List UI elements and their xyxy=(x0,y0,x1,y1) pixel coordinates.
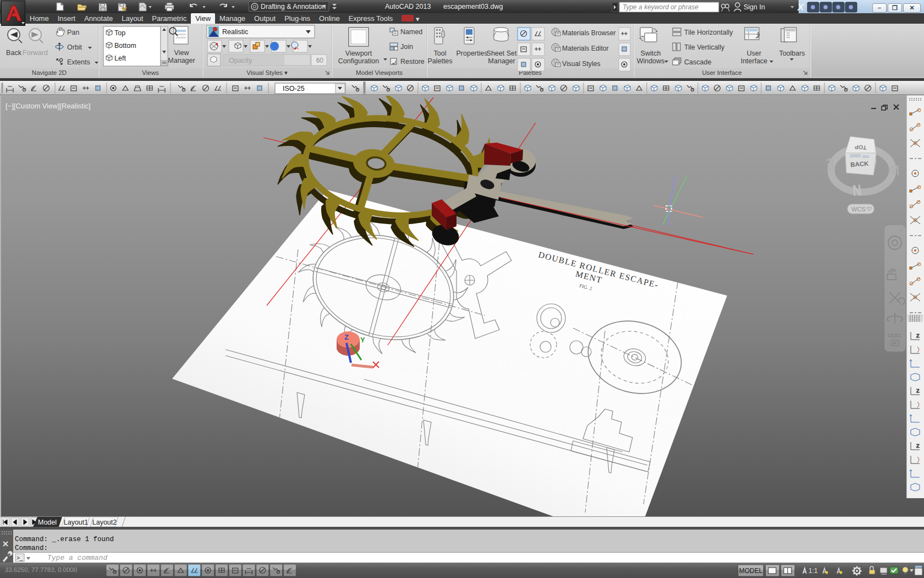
svg-text:Switch: Switch xyxy=(641,50,661,57)
svg-text:AutoCAD 2013: AutoCAD 2013 xyxy=(385,3,431,10)
svg-text:Back: Back xyxy=(6,49,22,57)
svg-text:Visual Styles: Visual Styles xyxy=(562,60,601,68)
svg-text:Tile Vertically: Tile Vertically xyxy=(684,43,725,51)
svg-text:Toolbars: Toolbars xyxy=(779,50,805,57)
svg-text:Tile Horizontally: Tile Horizontally xyxy=(684,29,733,36)
svg-text:Viewport: Viewport xyxy=(345,50,372,57)
svg-text:Manager: Manager xyxy=(488,57,515,65)
svg-text:Properties: Properties xyxy=(457,50,488,57)
svg-text:Navigate 2D: Navigate 2D xyxy=(32,69,67,76)
svg-text:W: W xyxy=(888,161,901,178)
svg-text:33.6250, 77.7783, 0.0000: 33.6250, 77.7783, 0.0000 xyxy=(5,566,77,573)
svg-text:Top: Top xyxy=(114,29,125,37)
svg-text:Sheet Set: Sheet Set xyxy=(487,50,517,57)
svg-text:Left: Left xyxy=(114,54,126,62)
svg-text:Layout1: Layout1 xyxy=(64,519,89,526)
svg-text:X: X xyxy=(797,2,805,13)
svg-text:Extents: Extents xyxy=(67,58,90,66)
svg-text:Z: Z xyxy=(916,443,920,449)
svg-text:Visual Styles ▾: Visual Styles ▾ xyxy=(246,69,288,76)
svg-text:Configuration: Configuration xyxy=(338,57,379,65)
svg-text:Realistic: Realistic xyxy=(222,28,248,36)
svg-text:Materials Editor: Materials Editor xyxy=(562,45,609,52)
svg-text:Manager: Manager xyxy=(168,57,195,64)
svg-text:Model Viewports: Model Viewports xyxy=(356,69,403,76)
svg-text:TOP: TOP xyxy=(855,144,867,151)
svg-text:Views: Views xyxy=(142,69,159,76)
svg-text:x: x xyxy=(900,227,902,232)
svg-text:Z: Z xyxy=(916,388,920,394)
svg-text:Cascade: Cascade xyxy=(684,58,711,66)
svg-text:Windows: Windows xyxy=(637,57,665,65)
svg-text:WCS: WCS xyxy=(851,206,866,212)
svg-text:Orbit: Orbit xyxy=(67,43,82,51)
svg-text:escapement03.dwg: escapement03.dwg xyxy=(443,3,503,10)
svg-text:MODEL: MODEL xyxy=(739,567,763,575)
svg-text:Model: Model xyxy=(38,519,57,526)
svg-text:Layout2: Layout2 xyxy=(92,519,117,526)
svg-text:Pan: Pan xyxy=(67,29,79,36)
svg-text:Drafting & Annotation: Drafting & Annotation xyxy=(261,3,326,10)
svg-text:1:1: 1:1 xyxy=(809,567,818,575)
svg-text:60: 60 xyxy=(316,57,324,64)
svg-text:Forward: Forward xyxy=(23,49,48,57)
svg-text:View: View xyxy=(174,49,190,57)
svg-text:Bottom: Bottom xyxy=(114,42,136,50)
svg-text:Y: Y xyxy=(360,336,365,344)
svg-text:ISO-25: ISO-25 xyxy=(283,85,305,92)
svg-text:Join: Join xyxy=(400,43,413,51)
svg-text:Restore: Restore xyxy=(400,58,425,66)
svg-text:Z: Z xyxy=(916,333,920,339)
svg-text:Interface: Interface xyxy=(741,57,768,65)
svg-text:User: User xyxy=(747,50,761,57)
svg-text:User Interface: User Interface xyxy=(702,69,741,76)
svg-text:Opacity: Opacity xyxy=(229,57,252,64)
svg-text:Sign In: Sign In xyxy=(744,3,765,11)
svg-text:Z: Z xyxy=(344,333,349,341)
svg-text:Type a keyword or phrase: Type a keyword or phrase xyxy=(623,3,698,11)
svg-text:>_: >_ xyxy=(16,555,23,561)
svg-text:Named: Named xyxy=(400,28,422,36)
svg-text:N: N xyxy=(852,181,862,199)
svg-text:Materials Browser: Materials Browser xyxy=(562,29,616,37)
svg-text:Palettes: Palettes xyxy=(427,57,452,65)
svg-text:Tool: Tool xyxy=(434,50,447,57)
svg-text:BACK: BACK xyxy=(850,160,870,168)
